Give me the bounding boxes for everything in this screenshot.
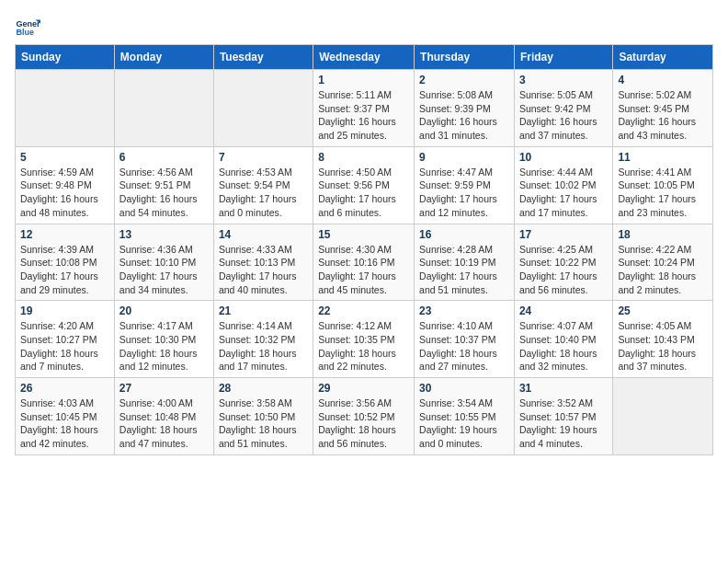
day-info: Sunrise: 4:39 AM Sunset: 10:08 PM Daylig… [20, 243, 109, 297]
day-info: Sunrise: 4:10 AM Sunset: 10:37 PM Daylig… [419, 319, 509, 373]
calendar-cell [613, 378, 713, 455]
calendar-cell: 18Sunrise: 4:22 AM Sunset: 10:24 PM Dayl… [613, 224, 713, 301]
day-info: Sunrise: 3:58 AM Sunset: 10:50 PM Daylig… [219, 396, 308, 451]
calendar-cell: 10Sunrise: 4:44 AM Sunset: 10:02 PM Dayl… [514, 146, 612, 224]
day-info: Sunrise: 4:44 AM Sunset: 10:02 PM Daylig… [519, 166, 608, 220]
day-info: Sunrise: 3:52 AM Sunset: 10:57 PM Daylig… [519, 396, 608, 451]
day-number: 17 [519, 228, 608, 241]
day-number: 18 [618, 228, 708, 241]
calendar-cell: 30Sunrise: 3:54 AM Sunset: 10:55 PM Dayl… [415, 378, 515, 455]
day-number: 12 [20, 228, 109, 241]
calendar-cell: 27Sunrise: 4:00 AM Sunset: 10:48 PM Dayl… [114, 378, 213, 455]
day-number: 19 [20, 304, 109, 317]
calendar-cell: 13Sunrise: 4:36 AM Sunset: 10:10 PM Dayl… [114, 224, 213, 301]
day-number: 25 [618, 304, 708, 317]
day-info: Sunrise: 4:50 AM Sunset: 9:56 PM Dayligh… [318, 166, 409, 220]
calendar-cell: 8Sunrise: 4:50 AM Sunset: 9:56 PM Daylig… [313, 146, 415, 224]
day-number: 31 [519, 382, 608, 395]
calendar-cell: 6Sunrise: 4:56 AM Sunset: 9:51 PM Daylig… [114, 146, 213, 224]
day-info: Sunrise: 4:22 AM Sunset: 10:24 PM Daylig… [618, 243, 708, 297]
day-info: Sunrise: 4:00 AM Sunset: 10:48 PM Daylig… [119, 396, 209, 451]
day-info: Sunrise: 3:56 AM Sunset: 10:52 PM Daylig… [318, 396, 409, 451]
weekday-header-saturday: Saturday [613, 45, 713, 70]
calendar-cell [213, 70, 313, 147]
calendar-cell: 11Sunrise: 4:41 AM Sunset: 10:05 PM Dayl… [613, 146, 713, 224]
weekday-header-tuesday: Tuesday [213, 45, 313, 70]
day-number: 21 [219, 304, 308, 317]
day-info: Sunrise: 4:47 AM Sunset: 9:59 PM Dayligh… [419, 166, 509, 220]
calendar-cell: 22Sunrise: 4:12 AM Sunset: 10:35 PM Dayl… [313, 301, 415, 378]
calendar-cell: 1Sunrise: 5:11 AM Sunset: 9:37 PM Daylig… [313, 70, 415, 147]
day-info: Sunrise: 4:33 AM Sunset: 10:13 PM Daylig… [219, 243, 308, 297]
calendar-cell: 28Sunrise: 3:58 AM Sunset: 10:50 PM Dayl… [213, 378, 313, 455]
day-info: Sunrise: 4:25 AM Sunset: 10:22 PM Daylig… [519, 243, 608, 297]
day-number: 24 [519, 304, 608, 317]
day-number: 9 [419, 151, 509, 164]
weekday-header-friday: Friday [514, 45, 612, 70]
logo-icon: General Blue [15, 15, 40, 40]
day-number: 3 [519, 74, 608, 86]
calendar-cell: 17Sunrise: 4:25 AM Sunset: 10:22 PM Dayl… [514, 224, 612, 301]
day-number: 20 [119, 304, 209, 317]
day-number: 4 [618, 74, 708, 86]
day-number: 16 [419, 228, 509, 241]
day-info: Sunrise: 4:59 AM Sunset: 9:48 PM Dayligh… [20, 166, 109, 220]
calendar-cell: 3Sunrise: 5:05 AM Sunset: 9:42 PM Daylig… [514, 70, 612, 147]
logo: General Blue [15, 15, 44, 40]
page-header: General Blue [15, 15, 713, 40]
calendar-cell: 29Sunrise: 3:56 AM Sunset: 10:52 PM Dayl… [313, 378, 415, 455]
weekday-header-thursday: Thursday [415, 45, 515, 70]
calendar-cell: 12Sunrise: 4:39 AM Sunset: 10:08 PM Dayl… [16, 224, 115, 301]
day-info: Sunrise: 3:54 AM Sunset: 10:55 PM Daylig… [419, 396, 509, 451]
calendar-cell: 26Sunrise: 4:03 AM Sunset: 10:45 PM Dayl… [16, 378, 115, 455]
day-number: 7 [219, 151, 308, 164]
day-number: 5 [20, 151, 109, 164]
calendar-cell: 7Sunrise: 4:53 AM Sunset: 9:54 PM Daylig… [213, 146, 313, 224]
calendar-cell: 15Sunrise: 4:30 AM Sunset: 10:16 PM Dayl… [313, 224, 415, 301]
day-info: Sunrise: 4:03 AM Sunset: 10:45 PM Daylig… [20, 396, 109, 451]
day-number: 27 [119, 382, 209, 395]
day-info: Sunrise: 4:56 AM Sunset: 9:51 PM Dayligh… [119, 166, 209, 220]
calendar-cell: 19Sunrise: 4:20 AM Sunset: 10:27 PM Dayl… [16, 301, 115, 378]
day-info: Sunrise: 4:41 AM Sunset: 10:05 PM Daylig… [618, 166, 708, 220]
calendar-cell [16, 70, 115, 147]
day-info: Sunrise: 5:11 AM Sunset: 9:37 PM Dayligh… [318, 88, 409, 143]
day-number: 23 [419, 304, 509, 317]
day-info: Sunrise: 5:05 AM Sunset: 9:42 PM Dayligh… [519, 88, 608, 143]
calendar-cell: 14Sunrise: 4:33 AM Sunset: 10:13 PM Dayl… [213, 224, 313, 301]
day-info: Sunrise: 4:14 AM Sunset: 10:32 PM Daylig… [219, 319, 308, 373]
day-number: 2 [419, 74, 509, 86]
day-number: 29 [318, 382, 409, 395]
day-number: 11 [618, 151, 708, 164]
calendar-cell: 23Sunrise: 4:10 AM Sunset: 10:37 PM Dayl… [415, 301, 515, 378]
day-number: 8 [318, 151, 409, 164]
calendar-table: SundayMondayTuesdayWednesdayThursdayFrid… [15, 44, 713, 455]
day-info: Sunrise: 4:05 AM Sunset: 10:43 PM Daylig… [618, 319, 708, 373]
day-info: Sunrise: 4:30 AM Sunset: 10:16 PM Daylig… [318, 243, 409, 297]
day-number: 1 [318, 74, 409, 86]
day-number: 28 [219, 382, 308, 395]
day-info: Sunrise: 4:07 AM Sunset: 10:40 PM Daylig… [519, 319, 608, 373]
day-number: 22 [318, 304, 409, 317]
calendar-cell: 24Sunrise: 4:07 AM Sunset: 10:40 PM Dayl… [514, 301, 612, 378]
day-info: Sunrise: 4:53 AM Sunset: 9:54 PM Dayligh… [219, 166, 308, 220]
day-number: 13 [119, 228, 209, 241]
weekday-header-wednesday: Wednesday [313, 45, 415, 70]
day-info: Sunrise: 4:36 AM Sunset: 10:10 PM Daylig… [119, 243, 209, 297]
weekday-header-sunday: Sunday [16, 45, 115, 70]
day-info: Sunrise: 5:08 AM Sunset: 9:39 PM Dayligh… [419, 88, 509, 143]
day-info: Sunrise: 4:17 AM Sunset: 10:30 PM Daylig… [119, 319, 209, 373]
calendar-cell: 31Sunrise: 3:52 AM Sunset: 10:57 PM Dayl… [514, 378, 612, 455]
calendar-cell [114, 70, 213, 147]
day-info: Sunrise: 4:12 AM Sunset: 10:35 PM Daylig… [318, 319, 409, 373]
day-info: Sunrise: 4:20 AM Sunset: 10:27 PM Daylig… [20, 319, 109, 373]
calendar-cell: 9Sunrise: 4:47 AM Sunset: 9:59 PM Daylig… [415, 146, 515, 224]
svg-text:Blue: Blue [16, 28, 34, 37]
day-number: 6 [119, 151, 209, 164]
day-number: 15 [318, 228, 409, 241]
calendar-cell: 20Sunrise: 4:17 AM Sunset: 10:30 PM Dayl… [114, 301, 213, 378]
day-info: Sunrise: 4:28 AM Sunset: 10:19 PM Daylig… [419, 243, 509, 297]
calendar-cell: 2Sunrise: 5:08 AM Sunset: 9:39 PM Daylig… [415, 70, 515, 147]
calendar-cell: 25Sunrise: 4:05 AM Sunset: 10:43 PM Dayl… [613, 301, 713, 378]
day-info: Sunrise: 5:02 AM Sunset: 9:45 PM Dayligh… [618, 88, 708, 143]
